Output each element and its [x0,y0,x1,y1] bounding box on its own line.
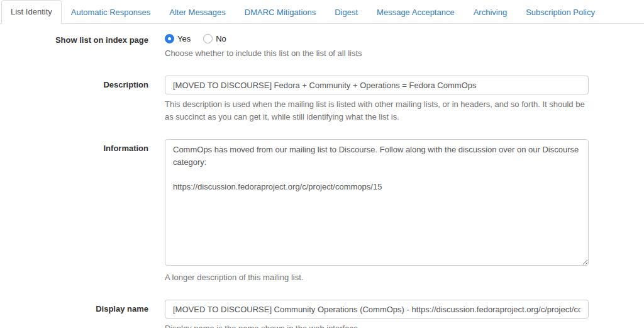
tab-archiving[interactable]: Archiving [464,1,516,24]
tab-dmarc-mitigations-link[interactable]: DMARC Mitigations [235,1,325,24]
tab-archiving-link[interactable]: Archiving [464,1,516,24]
tab-subscription-policy-link[interactable]: Subscription Policy [516,1,604,24]
information-row: Information CommOps has moved from our m… [0,139,644,284]
tab-dmarc-mitigations[interactable]: DMARC Mitigations [235,1,325,24]
radio-option-no[interactable]: No [203,34,226,43]
tab-digest-link[interactable]: Digest [325,1,367,24]
description-input[interactable] [165,76,589,94]
information-textarea[interactable]: CommOps has moved from our mailing list … [165,139,589,266]
display-name-input[interactable] [165,300,589,319]
show-list-radio-group: Yes No [165,31,589,43]
tab-alter-messages-link[interactable]: Alter Messages [160,1,235,24]
display-name-help: Display name is the name shown in the we… [165,322,589,328]
display-name-row: Display name Display name is the name sh… [0,300,644,328]
information-help: A longer description of this mailing lis… [165,271,589,284]
tab-subscription-policy[interactable]: Subscription Policy [516,1,604,24]
list-identity-form: Show list on index page Yes No Choose wh… [0,31,644,328]
settings-tab-bar: List Identity Automatic Responses Alter … [0,0,644,24]
tab-message-acceptance[interactable]: Message Acceptance [367,1,464,24]
radio-no-label: No [216,34,226,43]
tab-digest[interactable]: Digest [325,1,367,24]
show-list-help: Choose whether to include this list on t… [165,47,589,60]
tab-automatic-responses-link[interactable]: Automatic Responses [62,1,160,24]
description-label: Description [0,76,148,123]
radio-yes-label: Yes [177,34,191,43]
tab-alter-messages[interactable]: Alter Messages [160,1,235,24]
radio-no-icon[interactable] [203,34,213,43]
tab-automatic-responses[interactable]: Automatic Responses [62,1,160,24]
show-list-row: Show list on index page Yes No Choose wh… [0,31,644,60]
description-help: This description is used when the mailin… [165,98,589,123]
tab-message-acceptance-link[interactable]: Message Acceptance [367,1,464,24]
show-list-label: Show list on index page [0,31,148,60]
description-row: Description This description is used whe… [0,76,644,123]
tab-list-identity-link[interactable]: List Identity [1,0,62,24]
display-name-label: Display name [0,300,148,328]
tab-list-identity[interactable]: List Identity [1,0,62,24]
radio-option-yes[interactable]: Yes [165,34,191,43]
radio-yes-icon[interactable] [165,34,174,43]
information-label: Information [0,139,148,284]
